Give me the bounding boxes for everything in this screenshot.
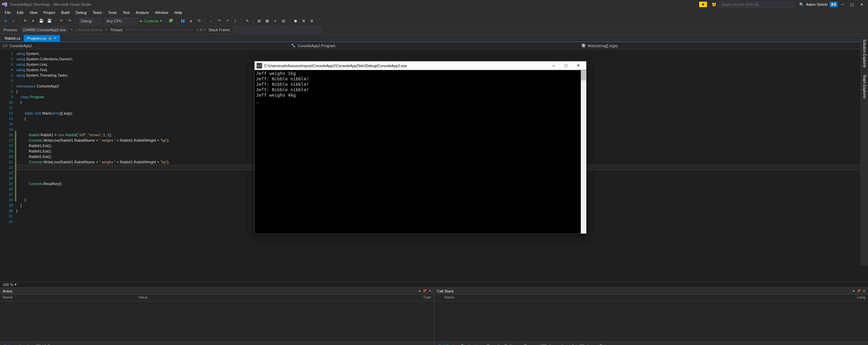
panel-pin-icon[interactable]: 📌 <box>856 289 861 293</box>
undo-icon[interactable]: ↶ <box>58 18 64 24</box>
panel-tab[interactable]: Watch 1 <box>34 343 53 345</box>
pin-icon[interactable]: 🔒 <box>48 37 52 40</box>
callstack-body[interactable] <box>434 301 868 342</box>
bookmark-icon[interactable]: ◼ <box>292 18 298 24</box>
autos-col-type[interactable]: Type <box>407 295 434 301</box>
thread-dropdown[interactable] <box>126 29 194 31</box>
file-tab[interactable]: Rabbit.cs <box>1 35 24 42</box>
maximize-icon[interactable]: ▢ <box>848 1 856 8</box>
close-tab-icon[interactable]: ✕ <box>54 37 57 40</box>
panel-close-icon[interactable]: ✕ <box>429 289 431 293</box>
show-next-icon[interactable]: ⤴ <box>232 18 238 24</box>
filter-badge-icon[interactable]: ▼ <box>699 2 707 7</box>
console-output[interactable]: Jeff weighs 1kg Jeff: Nibble nibble! Jef… <box>255 70 586 234</box>
minimize-icon[interactable]: ─ <box>838 1 847 8</box>
method-nav[interactable]: 🔘 Main(string[] args) <box>578 43 868 48</box>
panel-dropdown-icon[interactable]: ▾ <box>853 289 854 293</box>
file-tab[interactable]: Program.cs🔒✕ <box>24 35 60 42</box>
menu-project[interactable]: Project <box>41 10 58 15</box>
misc-icon-6[interactable]: ≣ <box>300 18 307 24</box>
autos-col-name[interactable]: Name <box>0 295 136 301</box>
project-nav[interactable]: C# ConsoleApp2 <box>0 44 288 48</box>
pause-icon[interactable]: ▮▮ <box>180 18 186 24</box>
save-icon[interactable]: 💾 <box>38 18 44 24</box>
class-nav[interactable]: 🔧 ConsoleApp2.Program <box>288 43 578 48</box>
panel-tab[interactable]: Command Window <box>521 343 558 345</box>
line-numbers: 1234567891011121314151617181920212223242… <box>0 49 15 281</box>
nav-fwd-icon[interactable]: ○ <box>10 18 16 24</box>
console-close-icon[interactable]: ✕ <box>572 61 584 70</box>
quick-launch-input[interactable] <box>719 1 794 8</box>
window-title: ConsoleApp2 (Running) - Microsoft Visual… <box>10 2 91 6</box>
menu-team[interactable]: Team <box>90 10 105 15</box>
open-icon[interactable]: ▾ <box>30 18 36 24</box>
menu-edit[interactable]: Edit <box>14 10 26 15</box>
misc-icon-1[interactable]: ✎ <box>244 18 250 24</box>
menu-debug[interactable]: Debug <box>73 10 89 15</box>
menu-view[interactable]: View <box>27 10 40 15</box>
platform-dropdown[interactable]: Any CPU <box>104 18 138 24</box>
console-minimize-icon[interactable]: ─ <box>548 61 560 70</box>
autos-body[interactable] <box>0 301 434 342</box>
menu-help[interactable]: Help <box>172 10 185 15</box>
callstack-col-name[interactable]: Name <box>434 295 848 301</box>
user-name[interactable]: Adam Sinicki <box>806 2 828 6</box>
menu-test[interactable]: Test <box>120 10 132 15</box>
panel-tab[interactable]: Exception Settings <box>484 343 520 345</box>
console-app-icon: C:\ <box>257 63 262 68</box>
panel-close-icon[interactable]: ✕ <box>863 289 865 293</box>
menu-build[interactable]: Build <box>59 10 72 15</box>
process-dropdown[interactable]: [18488] ConsoleApp2.exe <box>21 27 68 33</box>
menu-file[interactable]: File <box>2 10 14 15</box>
notifications-icon[interactable]: 🐱‍ <box>712 2 716 7</box>
user-avatar[interactable]: AS <box>830 2 837 7</box>
nav-back-icon[interactable]: ◀ <box>2 18 8 24</box>
continue-button[interactable]: Continue ▾ <box>140 19 162 23</box>
misc-icon-3[interactable]: ▦ <box>264 18 270 24</box>
redo-icon[interactable]: ↷ <box>66 18 73 24</box>
panel-tab[interactable]: Immediate Window <box>559 343 596 345</box>
console-window[interactable]: C:\ C:\Users\rushd\source\repos\ConsoleA… <box>254 61 587 234</box>
new-icon[interactable]: ↻ <box>22 18 28 24</box>
autos-col-value[interactable]: Value <box>136 295 407 301</box>
side-tab[interactable]: Team Explorer <box>862 72 867 101</box>
console-maximize-icon[interactable]: ▢ <box>560 61 572 70</box>
menubar: FileEditViewProjectBuildDebugTeamToolsTe… <box>0 9 868 16</box>
close-icon[interactable]: ✕ <box>857 1 866 8</box>
lifecycle-label[interactable]: Lifecycle Events <box>76 28 102 32</box>
stop-icon[interactable]: ■ <box>188 18 194 24</box>
class-icon: 🔧 <box>291 43 296 48</box>
search-icon[interactable]: 🔍 <box>797 1 806 8</box>
restart-icon[interactable]: ↻ <box>196 18 202 24</box>
config-dropdown[interactable]: Debug <box>78 18 102 24</box>
misc-icon-4[interactable]: ≡ <box>272 18 278 24</box>
debug-target-icon[interactable]: 🧩 <box>168 18 174 24</box>
side-tab[interactable]: Solution Explorer <box>862 37 867 70</box>
step-out-icon[interactable]: ↗ <box>224 18 230 24</box>
console-scrollbar[interactable] <box>581 70 586 234</box>
right-side-tabs: Solution ExplorerTeam Explorer <box>861 34 868 266</box>
save-all-icon[interactable]: 💾 <box>46 18 53 24</box>
menu-window[interactable]: Window <box>152 10 171 15</box>
panel-tab[interactable]: Output <box>597 343 613 345</box>
panel-tab[interactable]: Call Stack <box>436 343 458 345</box>
step-over-icon[interactable]: ↷ <box>216 18 222 24</box>
misc-icon-2[interactable]: ▤ <box>256 18 262 24</box>
main-toolbar: ◀ ○ ↻ ▾ 💾 💾 ↶ ↷ Debug Any CPU Continue ▾… <box>0 16 868 26</box>
menu-analyze[interactable]: Analyze <box>133 10 152 15</box>
menu-tools[interactable]: Tools <box>105 10 119 15</box>
panel-dropdown-icon[interactable]: ▾ <box>419 289 420 293</box>
misc-icon-7[interactable]: ≣ <box>309 18 315 24</box>
zoom-dropdown-icon[interactable]: ▾ <box>15 282 17 287</box>
panel-tab[interactable]: Autos <box>1 343 16 345</box>
panel-tab[interactable]: Breakpoints <box>458 343 484 345</box>
panel-pin-icon[interactable]: 📌 <box>422 289 427 293</box>
callstack-tabs: Call StackBreakpointsException SettingsC… <box>434 342 868 345</box>
zoom-level[interactable]: 100 % <box>3 283 13 287</box>
console-titlebar[interactable]: C:\ C:\Users\rushd\source\repos\ConsoleA… <box>255 61 586 70</box>
step-into-icon[interactable]: → <box>208 18 214 24</box>
misc-icon-5[interactable]: ▤ <box>280 18 287 24</box>
panel-tab[interactable]: Locals <box>17 343 33 345</box>
stackframe-input[interactable] <box>233 27 321 33</box>
callstack-col-lang[interactable]: Lang <box>848 295 868 301</box>
